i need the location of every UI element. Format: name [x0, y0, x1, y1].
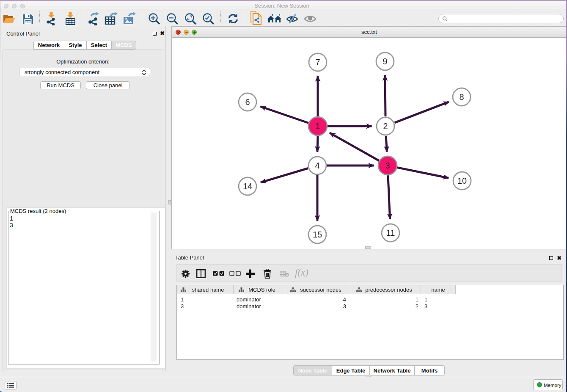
- svg-text:2: 2: [383, 121, 388, 131]
- svg-text:8: 8: [459, 92, 464, 102]
- svg-text:11: 11: [386, 228, 395, 237]
- svg-text:14: 14: [243, 182, 252, 191]
- svg-text:3: 3: [385, 161, 390, 170]
- svg-text:9: 9: [383, 57, 387, 66]
- svg-text:10: 10: [457, 176, 467, 185]
- svg-text:15: 15: [313, 230, 322, 239]
- svg-text:1: 1: [315, 121, 320, 131]
- svg-text:6: 6: [245, 97, 250, 107]
- svg-text:4: 4: [315, 161, 319, 170]
- svg-text:7: 7: [315, 58, 320, 67]
